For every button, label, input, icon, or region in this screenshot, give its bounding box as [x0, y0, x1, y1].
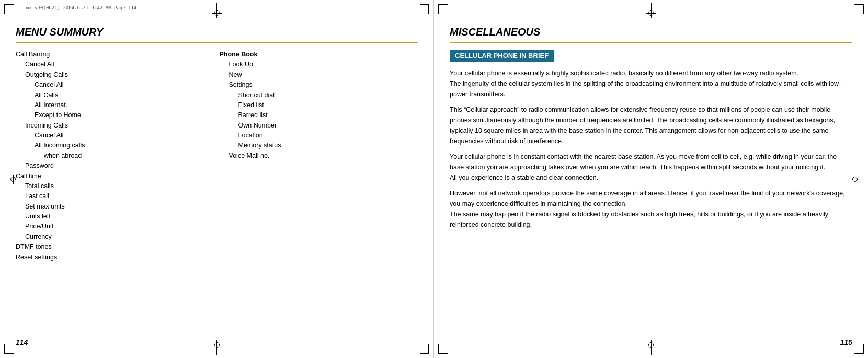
corner-mark-tr [420, 4, 429, 14]
list-item: Last call [16, 191, 214, 201]
list-item: Call time [16, 171, 214, 181]
reg-mark-right [851, 176, 865, 183]
page-spread: mx-v30(0621) 2004.6.21 9:42 AM Page 114 … [0, 0, 868, 358]
list-item: Cancel All [16, 60, 214, 70]
list-item: Price/Unit [16, 222, 214, 232]
paragraph-2: The ingenuity of the cellular system lie… [450, 78, 852, 99]
list-item: Set max units [16, 202, 214, 212]
list-item: All Calls [16, 90, 214, 100]
left-page: mx-v30(0621) 2004.6.21 9:42 AM Page 114 … [0, 0, 434, 358]
list-item: Units left [16, 212, 214, 222]
corner-mark-bl [4, 344, 14, 354]
list-item: Voice Mail no. [220, 151, 418, 161]
list-item: Cancel All [16, 131, 214, 141]
right-page: MISCELLANEOUS CELLULAR PHONE IN BRIEF Yo… [434, 0, 868, 358]
cellular-phone-header: CELLULAR PHONE IN BRIEF [450, 50, 554, 62]
list-item: Cancel All [16, 80, 214, 90]
menu-col-left: Call Barring Cancel All Outgoing Calls C… [16, 50, 214, 262]
right-title-underline [450, 42, 852, 43]
list-item: Password [16, 161, 214, 171]
reg-mark-top [647, 3, 655, 17]
misc-text-content: Your cellular phone is essentially a hig… [450, 68, 852, 230]
list-item: Own Number [220, 121, 418, 131]
list-item: Currency [16, 232, 214, 242]
left-section-title: MENU SUMMURY [16, 26, 418, 38]
list-item: Look Up [220, 60, 418, 70]
list-item: Outgoing Calls [16, 70, 214, 80]
reg-mark-top [213, 3, 221, 17]
corner-mark-br [854, 344, 864, 354]
list-item: Settings [220, 80, 418, 90]
page-header: mx-v30(0621) 2004.6.21 9:42 AM Page 114 [26, 5, 136, 10]
phone-book-header: Phone Book [220, 50, 418, 60]
list-item: Call Barring [16, 50, 214, 60]
list-item: Incoming Calls [16, 121, 214, 131]
right-page-number: 115 [840, 338, 852, 347]
paragraph-1: Your cellular phone is essentially a hig… [450, 68, 852, 78]
list-item: when abroad [16, 151, 214, 161]
list-item: Total calls [16, 181, 214, 191]
corner-mark-bl [438, 344, 448, 354]
list-item: DTMF tones [16, 242, 214, 252]
paragraph-5: However, not all network operators provi… [450, 188, 852, 230]
list-item: All Internat. [16, 100, 214, 110]
menu-col-right: Phone Book Look Up New Settings Shortcut… [214, 50, 418, 262]
list-item: Location [220, 131, 418, 141]
reg-mark-left [3, 176, 17, 183]
list-item: Shortcut dial [220, 90, 418, 100]
list-item: Reset settings [16, 252, 214, 262]
list-item: Memory status [220, 141, 418, 151]
corner-mark-tl [4, 4, 14, 14]
list-item: New [220, 70, 418, 80]
reg-mark-bottom [213, 341, 221, 355]
list-item: Fixed list [220, 100, 418, 110]
right-section-title: MISCELLANEOUS [450, 26, 852, 38]
paragraph-4: Your cellular phone is in constant conta… [450, 152, 852, 183]
list-item: Except to Home [16, 110, 214, 120]
corner-mark-tr [854, 4, 864, 14]
list-item: Barred list [220, 110, 418, 120]
left-title-underline [16, 42, 418, 43]
reg-mark-bottom [647, 341, 655, 355]
corner-mark-tl [438, 4, 448, 14]
left-page-number: 114 [16, 338, 28, 347]
list-item: All Incoming calls [16, 141, 214, 151]
paragraph-3: This “Cellular approach” to radio commun… [450, 105, 852, 146]
menu-content: Call Barring Cancel All Outgoing Calls C… [16, 50, 418, 262]
corner-mark-br [420, 344, 429, 354]
